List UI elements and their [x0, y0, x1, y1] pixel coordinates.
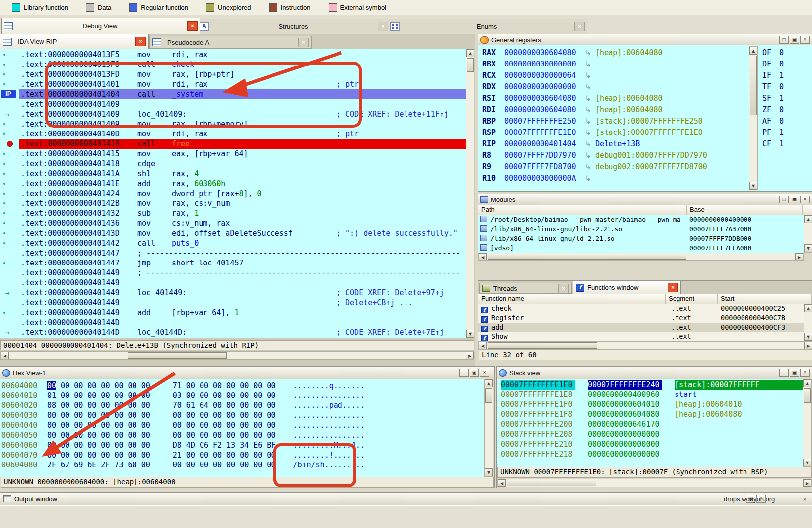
disasm-gutter-cell[interactable] — [0, 278, 19, 288]
disasm-gutter-cell[interactable] — [0, 79, 19, 89]
stack-row[interactable]: 00007FFFFFFFE1F80000000000604080[heap]:0… — [497, 409, 803, 419]
disasm-line-text[interactable]: .text:0000000000401449 — [19, 278, 466, 288]
hex-row[interactable]: 0060402008 00 00 00 00 00 00 0070 61 64 … — [0, 400, 484, 410]
scroll-down-button[interactable]: ▼ — [804, 244, 812, 252]
scroll-thumb[interactable] — [750, 56, 757, 115]
disasm-line-text[interactable]: .text:000000000040142Bmovrax, cs:v_num — [19, 198, 466, 208]
registers-vscrollbar[interactable]: ▲ ▼ — [749, 46, 758, 190]
disasm-gutter-cell[interactable] — [0, 159, 19, 169]
hex-rows[interactable]: 0060400000 00 00 00 00 00 00 0071 00 00 … — [0, 379, 484, 477]
register-value[interactable]: 0000000000604080 — [504, 94, 576, 103]
disasm-line-text[interactable]: .text:00000000004013F8callcheck — [19, 60, 466, 69]
stack-value[interactable]: 0000000000000000 — [588, 449, 662, 459]
disasm-line-text[interactable]: .text:000000000040140Dmovrdi, rax; ptr — [19, 129, 466, 139]
hex-bytes[interactable]: 71 00 00 00 00 00 00 00 — [173, 381, 276, 390]
scroll-left-button[interactable]: ◀ — [498, 479, 506, 487]
minimize-button[interactable]: — — [459, 369, 469, 377]
hex-row[interactable]: 0060401001 00 00 00 00 00 00 0003 00 00 … — [0, 391, 484, 400]
maximize-button[interactable]: □ — [779, 36, 789, 44]
disasm-line[interactable]: →.text:0000000000401409loc_401409:; CODE… — [0, 109, 466, 119]
register-row[interactable]: RDX0000000000000000↳ — [478, 81, 749, 93]
disasm-line[interactable]: .text:0000000000401449; Delete+CB↑j ... — [0, 298, 466, 308]
tab-functions-window[interactable]: f Functions window × — [573, 281, 681, 294]
register-row[interactable]: RIP0000000000401404↳Delete+13B — [478, 138, 749, 150]
tab-debug-view[interactable]: Debug View × — [1, 18, 200, 34]
register-value[interactable]: 00007FFFF7DD7970 — [504, 151, 576, 160]
scroll-thumb[interactable] — [488, 342, 597, 349]
disasm-gutter-cell[interactable] — [0, 69, 19, 79]
hex-bytes[interactable]: 70 61 64 00 00 00 00 00 — [173, 401, 276, 410]
register-value[interactable]: 00007FFFFFFFE250 — [504, 117, 576, 126]
hex-selected-byte[interactable]: 00 — [47, 381, 56, 390]
scroll-left-button[interactable]: ◀ — [479, 253, 487, 260]
scroll-up-button[interactable]: ▲ — [466, 49, 474, 57]
register-note[interactable]: debug002:00007FFFF7FD8700 — [595, 162, 707, 171]
disasm-gutter-cell[interactable] — [0, 238, 19, 248]
scroll-right-button[interactable]: ▶ — [803, 479, 811, 487]
register-row[interactable]: R800007FFFF7DD7970↳debug001:00007FFFF7DD… — [478, 150, 749, 161]
register-value[interactable]: 000000000000000A — [504, 174, 576, 183]
flag-row[interactable]: ZF0 — [759, 104, 812, 116]
disasm-line-text[interactable]: .text:0000000000401409 — [19, 99, 466, 109]
stack-value[interactable]: 0000000000000000 — [588, 439, 662, 449]
disasm-line[interactable]: .text:0000000000401447; ----------------… — [0, 248, 466, 258]
register-value[interactable]: 0000000000401404 — [504, 139, 576, 148]
hex-bytes[interactable]: 00 00 00 00 00 00 00 00 — [173, 421, 276, 430]
register-value[interactable]: 0000000000604080 — [504, 105, 576, 114]
disasm-line-text[interactable]: .text:000000000040141Ashlrax, 4 — [19, 169, 466, 179]
flag-row[interactable]: IF1 — [759, 70, 812, 81]
flag-row[interactable]: SF1 — [759, 93, 812, 104]
modules-vscrollbar[interactable]: ▲ ▼ — [804, 215, 812, 253]
disasm-gutter-cell[interactable] — [0, 298, 19, 308]
stack-row[interactable]: 00007FFFFFFFE2000000000000646170 — [497, 419, 803, 429]
hex-bytes[interactable]: 01 00 00 00 00 00 00 00 — [47, 391, 150, 400]
disasm-gutter-cell[interactable] — [0, 99, 19, 109]
hex-bytes[interactable]: 21 00 00 00 00 00 00 00 — [173, 451, 276, 460]
hex-ascii[interactable]: .........M...4.. — [293, 441, 365, 450]
stack-value[interactable]: 00007FFFFFFFE240 — [588, 380, 662, 390]
disasm-gutter-cell[interactable] — [0, 198, 19, 208]
disasm-line[interactable]: .text:0000000000401449 — [0, 278, 466, 288]
scroll-thumb[interactable] — [128, 352, 227, 359]
register-note[interactable]: debug001:00007FFFF7DD7970 — [595, 151, 707, 160]
disasm-line[interactable]: →.text:000000000040144Dloc_40144D:; CODE… — [0, 328, 466, 337]
disasm-gutter-cell[interactable] — [0, 228, 19, 238]
stack-hscrollbar[interactable]: ◀ ▶ — [497, 479, 812, 487]
hex-row[interactable]: 0060403000 00 00 00 00 00 00 0000 00 00 … — [0, 410, 484, 420]
register-row[interactable]: R900007FFFF7FD8700↳debug002:00007FFFF7FD… — [478, 161, 749, 173]
scroll-down-button[interactable]: ▼ — [804, 333, 812, 341]
function-row[interactable]: fShow.text — [478, 332, 804, 341]
hex-row[interactable]: 0060400000 00 00 00 00 00 00 0071 00 00 … — [0, 381, 484, 391]
stack-vscrollbar[interactable]: ▲ ▼ — [803, 379, 812, 467]
close-button[interactable]: × — [480, 369, 489, 377]
tab-enums[interactable]: Enums × — [388, 19, 587, 34]
disasm-line[interactable]: .text:000000000040144D — [0, 318, 466, 328]
functions-hscrollbar[interactable]: ◀ ▶ — [478, 341, 812, 350]
scroll-up-button[interactable]: ▲ — [803, 379, 811, 387]
disasm-listing[interactable]: .text:00000000004013F5movrdi, rax.text:0… — [0, 49, 466, 338]
register-value[interactable]: 00007FFFF7FD8700 — [504, 162, 576, 171]
register-value[interactable]: 0000000000000000 — [504, 82, 576, 91]
close-tab-icon[interactable]: × — [187, 21, 198, 31]
hex-row[interactable]: 0060404000 00 00 00 00 00 00 0000 00 00 … — [0, 420, 484, 430]
disasm-gutter-cell[interactable] — [0, 248, 19, 258]
disasm-line-text[interactable]: .text:000000000040144D — [19, 318, 466, 328]
flag-row[interactable]: OF0 — [759, 47, 812, 59]
scroll-thumb[interactable] — [804, 388, 811, 403]
hex-ascii[interactable]: ................ — [293, 421, 365, 430]
disasm-gutter-cell[interactable]: → — [0, 109, 19, 119]
hex-bytes[interactable]: 00 00 00 00 00 00 00 00 — [173, 431, 276, 440]
scroll-left-button[interactable]: ◀ — [479, 342, 487, 349]
scroll-down-button[interactable]: ▼ — [466, 330, 474, 338]
disasm-line-text[interactable]: .text:0000000000401432subrax, 1 — [19, 208, 466, 218]
column-header-segment[interactable]: Segment — [666, 294, 718, 304]
close-button[interactable]: × — [800, 196, 810, 203]
flag-row[interactable]: DF0 — [759, 59, 812, 70]
disasm-vscrollbar[interactable]: ▲ ▼ — [466, 49, 474, 338]
stack-value[interactable]: 0000000000604010 — [588, 399, 662, 409]
hex-ascii[interactable]: /bin/sh......... — [293, 461, 365, 469]
hex-row[interactable]: 0060407000 00 00 00 00 00 00 0021 00 00 … — [0, 450, 484, 460]
tab-structures[interactable]: A Structures × — [197, 19, 391, 34]
disasm-line[interactable]: .text:000000000040142Bmovrax, cs:v_num — [0, 198, 466, 208]
column-header-path[interactable]: Path — [478, 205, 687, 215]
